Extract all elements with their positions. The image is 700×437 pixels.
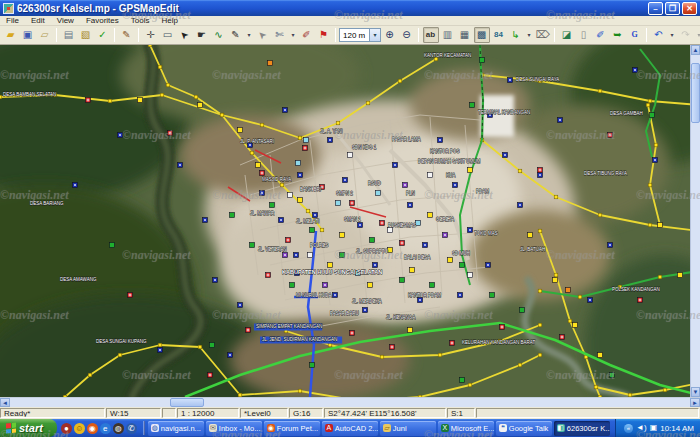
road-node[interactable] <box>538 289 542 293</box>
menu-favorites[interactable]: Favorites <box>80 16 125 25</box>
map-marker[interactable] <box>348 153 353 158</box>
road-node[interactable] <box>468 383 472 387</box>
minimize-button[interactable]: – <box>648 2 663 15</box>
undo-button[interactable]: ↶ <box>651 27 667 43</box>
road-node[interactable] <box>648 223 652 227</box>
road-node[interactable] <box>306 209 310 213</box>
road-node[interactable] <box>328 343 332 347</box>
road-node[interactable] <box>250 151 254 155</box>
hand-tool-button[interactable]: ☛ <box>194 27 210 43</box>
road-node[interactable] <box>628 393 632 397</box>
vertical-scrollbar[interactable]: ▲ ▼ <box>690 45 700 397</box>
join-tool-button[interactable]: ↳ <box>508 27 524 43</box>
map-marker[interactable] <box>468 273 473 278</box>
road-node[interactable] <box>298 136 302 140</box>
scroll-right-icon[interactable]: ► <box>690 398 700 407</box>
menu-tools[interactable]: Tools <box>125 16 156 25</box>
start-button[interactable]: start <box>0 419 57 437</box>
road-node[interactable] <box>238 393 242 397</box>
road-node[interactable] <box>598 89 602 93</box>
map-marker[interactable] <box>110 243 115 248</box>
road-node[interactable] <box>538 353 542 357</box>
road-node[interactable] <box>568 319 572 323</box>
map-marker[interactable] <box>428 173 433 178</box>
palette-button[interactable]: ▥ <box>440 27 456 43</box>
road-node[interactable] <box>518 169 522 173</box>
map-canvas[interactable]: DESA BAMBAN SELATANTERMINAL KANDANGANKAB… <box>0 45 690 397</box>
map-marker[interactable] <box>340 253 345 258</box>
map-marker[interactable] <box>388 228 393 233</box>
menu-view[interactable]: View <box>51 16 80 25</box>
close-file-button[interactable]: ▱ <box>37 27 53 43</box>
pencil-dropdown[interactable]: ▾ <box>245 27 254 43</box>
menu-help[interactable]: Help <box>155 16 183 25</box>
road-node[interactable] <box>0 95 2 99</box>
measure-tool-button[interactable]: ✐ <box>299 27 315 43</box>
redo-dropdown[interactable]: ▾ <box>695 27 700 43</box>
road-node[interactable] <box>108 99 112 103</box>
map-marker[interactable] <box>290 283 295 288</box>
select-objects-tool-button[interactable]: ➤ <box>255 27 271 43</box>
map-marker[interactable] <box>308 253 313 258</box>
road-node[interactable] <box>594 385 598 389</box>
road-node[interactable] <box>118 353 122 357</box>
road-node[interactable] <box>648 183 652 187</box>
vertical-scroll-thumb[interactable] <box>691 63 700 123</box>
task-button-1[interactable]: ✉Inbox - Mo... <box>206 421 262 436</box>
road-node[interactable] <box>398 79 402 83</box>
task-button-5[interactable]: XMicrosoft E... <box>438 421 494 436</box>
grid-toggle-button[interactable]: ▦ <box>457 27 473 43</box>
map-marker[interactable] <box>460 263 465 268</box>
tray-chevron-icon[interactable]: « <box>624 424 633 433</box>
road-node[interactable] <box>538 323 542 327</box>
redo-button[interactable]: ↷ <box>678 27 694 43</box>
scroll-up-icon[interactable]: ▲ <box>691 45 700 55</box>
road-node[interactable] <box>166 83 170 87</box>
map-marker[interactable] <box>288 193 293 198</box>
menu-file[interactable]: File <box>0 16 25 25</box>
open-folder-button[interactable]: ▧ <box>78 27 94 43</box>
quick-launch-ie-icon[interactable]: e <box>100 423 111 434</box>
road-node[interactable] <box>646 103 650 107</box>
map-marker[interactable] <box>270 203 275 208</box>
map-marker[interactable] <box>428 213 433 218</box>
map-marker[interactable] <box>658 223 663 228</box>
trim-dropdown[interactable]: ▾ <box>289 27 298 43</box>
horizontal-scroll-thumb[interactable] <box>170 398 204 407</box>
select-rect-tool-button[interactable]: ▭ <box>160 27 176 43</box>
road-node[interactable] <box>198 345 202 349</box>
road-node[interactable] <box>648 99 652 103</box>
quick-launch-messenger-icon[interactable]: ☺ <box>74 423 85 434</box>
map-marker[interactable] <box>678 273 683 278</box>
map-marker[interactable] <box>238 128 243 133</box>
tray-display-icon[interactable]: ▣ <box>650 423 658 433</box>
map-marker[interactable] <box>573 323 578 328</box>
road-node[interactable] <box>194 95 198 99</box>
road-node[interactable] <box>336 121 340 125</box>
flag-poi-tool-button[interactable]: ⚑ <box>316 27 332 43</box>
quick-launch-dialer-icon[interactable]: ✆ <box>126 423 137 434</box>
map-marker[interactable] <box>310 228 315 233</box>
taskbar-clock[interactable]: 10:14 AM <box>660 424 694 433</box>
raster-toggle-button[interactable]: ▩ <box>474 27 490 43</box>
road-node[interactable] <box>320 228 324 232</box>
map-marker[interactable] <box>268 61 273 66</box>
map-marker[interactable] <box>250 243 255 248</box>
new-map-button[interactable]: ▯ <box>576 27 592 43</box>
road-node[interactable] <box>160 93 164 97</box>
map-marker[interactable] <box>610 373 615 378</box>
quick-launch-firefox-icon[interactable]: ◉ <box>87 423 98 434</box>
close-button[interactable]: ✕ <box>682 2 697 15</box>
trim-tool-button[interactable]: ✄ <box>272 27 288 43</box>
map-marker[interactable] <box>468 168 473 173</box>
export-image-button[interactable]: ◪ <box>559 27 575 43</box>
map-marker[interactable] <box>480 58 485 63</box>
road-node[interactable] <box>598 395 602 397</box>
task-button-2[interactable]: ◉Forum Pet... <box>264 421 320 436</box>
map-marker[interactable] <box>336 201 341 206</box>
road-node[interactable] <box>380 355 384 359</box>
map-marker[interactable] <box>528 233 533 238</box>
map-marker[interactable] <box>310 363 315 368</box>
map-marker[interactable] <box>470 103 475 108</box>
map-marker[interactable] <box>416 221 421 226</box>
